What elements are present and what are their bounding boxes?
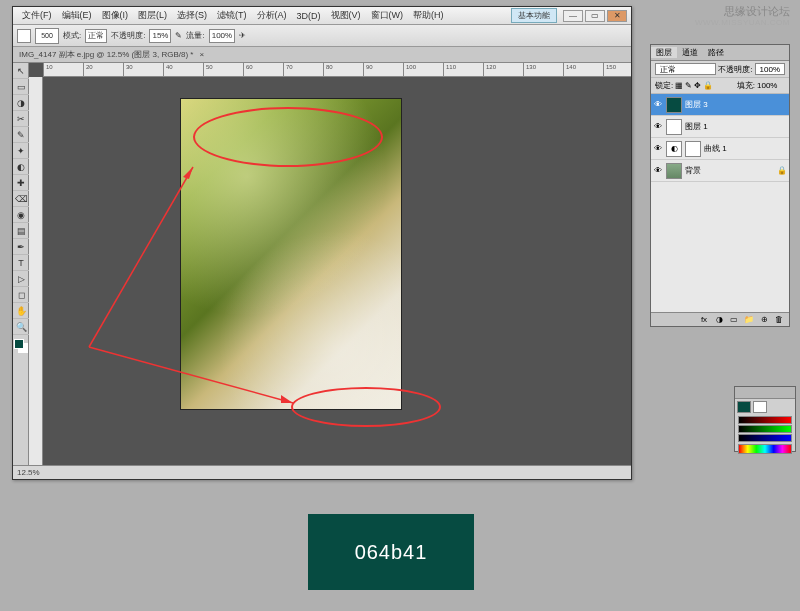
flow-label: 流量: bbox=[186, 30, 204, 41]
lasso-tool[interactable]: ◑ bbox=[13, 95, 29, 111]
layer-thumbnail[interactable]: ◐ bbox=[666, 141, 682, 157]
menu-file[interactable]: 文件(F) bbox=[17, 9, 57, 22]
path-tool[interactable]: ▷ bbox=[13, 271, 29, 287]
layer-thumbnail[interactable] bbox=[666, 97, 682, 113]
opacity-field[interactable]: 15% bbox=[149, 29, 171, 43]
color-panel-tabs[interactable] bbox=[735, 387, 795, 399]
text-tool[interactable]: T bbox=[13, 255, 29, 271]
color-fg-swatch[interactable] bbox=[737, 401, 751, 413]
color-slider-b[interactable] bbox=[738, 434, 792, 442]
menu-layer[interactable]: 图层(L) bbox=[133, 9, 172, 22]
canvas-area[interactable] bbox=[43, 77, 631, 465]
eyedropper-tool[interactable]: ✎ bbox=[13, 127, 29, 143]
document-title: IMG_4147 副本 e.jpg @ 12.5% (图层 3, RGB/8) … bbox=[19, 49, 193, 60]
new-layer-icon[interactable]: ⊕ bbox=[758, 315, 770, 324]
lock-transparent-icon[interactable]: ▦ bbox=[675, 81, 683, 90]
color-spectrum[interactable] bbox=[738, 444, 792, 454]
color-bg-swatch[interactable] bbox=[753, 401, 767, 413]
menu-edit[interactable]: 编辑(E) bbox=[57, 9, 97, 22]
delete-layer-icon[interactable]: 🗑 bbox=[773, 315, 785, 324]
layer-group-icon[interactable]: 📁 bbox=[743, 315, 755, 324]
layers-panel-footer: fx ◑ ▭ 📁 ⊕ 🗑 bbox=[651, 312, 789, 326]
fill-field[interactable]: 100% bbox=[757, 81, 785, 90]
tablet-pressure-opacity-icon[interactable]: ✎ bbox=[175, 31, 182, 40]
close-button[interactable]: ✕ bbox=[607, 10, 627, 22]
horizontal-ruler: 102030405060708090100110120130140150 bbox=[43, 63, 631, 77]
blend-mode-select[interactable]: 正常 bbox=[655, 63, 716, 75]
vertical-ruler bbox=[29, 77, 43, 465]
zoom-tool[interactable]: 🔍 bbox=[13, 319, 29, 335]
layer-row[interactable]: 👁 ◐ 曲线 1 bbox=[651, 138, 789, 160]
tool-preset-icon[interactable] bbox=[17, 29, 31, 43]
lock-all-icon[interactable]: 🔒 bbox=[703, 81, 713, 90]
foreground-color-swatch[interactable] bbox=[14, 339, 24, 349]
minimize-button[interactable]: — bbox=[563, 10, 583, 22]
maximize-button[interactable]: ▭ bbox=[585, 10, 605, 22]
color-slider-g[interactable] bbox=[738, 425, 792, 433]
menu-help[interactable]: 帮助(H) bbox=[408, 9, 449, 22]
menu-3d[interactable]: 3D(D) bbox=[292, 11, 326, 21]
toolbox: ↖ ▭ ◑ ✂ ✎ ✦ ◐ ✚ ⌫ ◉ ▤ ✒ T ▷ ◻ ✋ 🔍 bbox=[13, 63, 29, 479]
workspace-button[interactable]: 基本功能 bbox=[511, 8, 557, 23]
tab-paths[interactable]: 路径 bbox=[703, 47, 729, 58]
svg-line-0 bbox=[89, 167, 193, 347]
mode-select[interactable]: 正常 bbox=[85, 29, 107, 43]
layer-row[interactable]: 👁 图层 1 bbox=[651, 116, 789, 138]
menu-select[interactable]: 选择(S) bbox=[172, 9, 212, 22]
brush-tool[interactable]: ◐ bbox=[13, 159, 29, 175]
menu-analysis[interactable]: 分析(A) bbox=[252, 9, 292, 22]
flow-field[interactable]: 100% bbox=[209, 29, 235, 43]
menu-window[interactable]: 窗口(W) bbox=[366, 9, 409, 22]
menu-image[interactable]: 图像(I) bbox=[97, 9, 134, 22]
layer-name[interactable]: 背景 bbox=[685, 165, 701, 176]
layer-row[interactable]: 👁 图层 3 bbox=[651, 94, 789, 116]
status-bar: 12.5% bbox=[13, 465, 631, 479]
hand-tool[interactable]: ✋ bbox=[13, 303, 29, 319]
healing-tool[interactable]: ✦ bbox=[13, 143, 29, 159]
zoom-level[interactable]: 12.5% bbox=[17, 468, 40, 477]
visibility-icon[interactable]: 👁 bbox=[653, 100, 663, 109]
shape-tool[interactable]: ◻ bbox=[13, 287, 29, 303]
layers-panel: 图层 通道 路径 正常 不透明度: 100% 锁定: ▦ ✎ ✥ 🔒 填充: 1… bbox=[650, 44, 790, 327]
color-slider-r[interactable] bbox=[738, 416, 792, 424]
crop-tool[interactable]: ✂ bbox=[13, 111, 29, 127]
eraser-tool[interactable]: ⌫ bbox=[13, 191, 29, 207]
layer-thumbnail[interactable] bbox=[666, 119, 682, 135]
tab-close-icon[interactable]: × bbox=[199, 50, 204, 59]
layer-fx-icon[interactable]: fx bbox=[698, 315, 710, 324]
visibility-icon[interactable]: 👁 bbox=[653, 144, 663, 153]
layer-name[interactable]: 图层 1 bbox=[685, 121, 708, 132]
menu-filter[interactable]: 滤镜(T) bbox=[212, 9, 252, 22]
visibility-icon[interactable]: 👁 bbox=[653, 166, 663, 175]
lock-pixels-icon[interactable]: ✎ bbox=[685, 81, 692, 90]
layer-opacity-field[interactable]: 100% bbox=[755, 63, 785, 75]
layer-mask-icon[interactable]: ◑ bbox=[713, 315, 725, 324]
marquee-tool[interactable]: ▭ bbox=[13, 79, 29, 95]
pen-tool[interactable]: ✒ bbox=[13, 239, 29, 255]
document-tab[interactable]: IMG_4147 副本 e.jpg @ 12.5% (图层 3, RGB/8) … bbox=[13, 47, 631, 63]
color-hex-chip: 064b41 bbox=[308, 514, 474, 590]
dodge-tool[interactable]: ▤ bbox=[13, 223, 29, 239]
watermark-url: WWW.MISSYUAN.COM bbox=[695, 18, 790, 27]
stamp-tool[interactable]: ✚ bbox=[13, 175, 29, 191]
gradient-tool[interactable]: ◉ bbox=[13, 207, 29, 223]
move-tool[interactable]: ↖ bbox=[13, 63, 29, 79]
tab-channels[interactable]: 通道 bbox=[677, 47, 703, 58]
layer-row[interactable]: 👁 背景 🔒 bbox=[651, 160, 789, 182]
brush-preview[interactable]: 500 bbox=[35, 28, 59, 44]
menubar: 文件(F) 编辑(E) 图像(I) 图层(L) 选择(S) 滤镜(T) 分析(A… bbox=[13, 7, 631, 25]
lock-position-icon[interactable]: ✥ bbox=[694, 81, 701, 90]
fill-label: 填充: bbox=[737, 80, 755, 91]
layer-thumbnail[interactable] bbox=[666, 163, 682, 179]
color-swatches[interactable] bbox=[14, 339, 28, 353]
visibility-icon[interactable]: 👁 bbox=[653, 122, 663, 131]
watermark-title: 思缘设计论坛 bbox=[724, 4, 790, 19]
panel-tabs: 图层 通道 路径 bbox=[651, 45, 789, 61]
tab-layers[interactable]: 图层 bbox=[651, 47, 677, 58]
layer-mask-thumbnail[interactable] bbox=[685, 141, 701, 157]
layer-name[interactable]: 曲线 1 bbox=[704, 143, 727, 154]
adjustment-layer-icon[interactable]: ▭ bbox=[728, 315, 740, 324]
airbrush-icon[interactable]: ✈ bbox=[239, 31, 246, 40]
layer-name[interactable]: 图层 3 bbox=[685, 99, 708, 110]
menu-view[interactable]: 视图(V) bbox=[326, 9, 366, 22]
